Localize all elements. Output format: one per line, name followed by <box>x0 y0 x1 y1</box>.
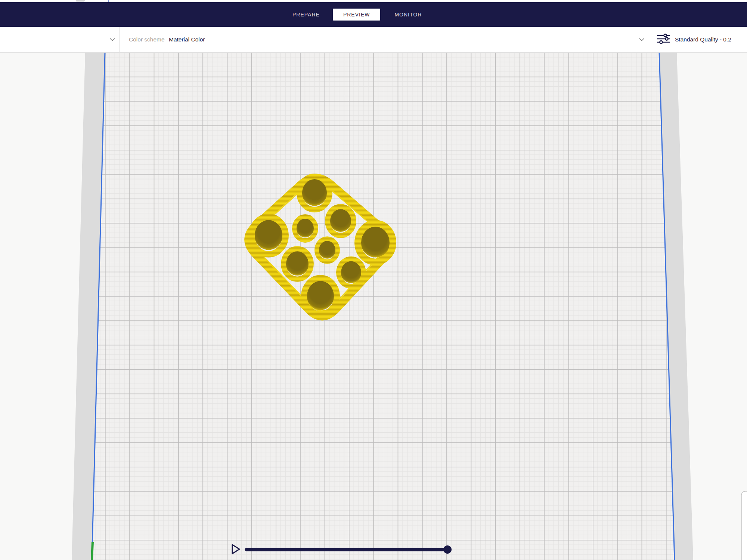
chevron-down-icon[interactable] <box>639 38 645 41</box>
layer-slider-handle[interactable] <box>443 545 452 554</box>
stage-bar: PREPARE PREVIEW MONITOR <box>0 2 747 27</box>
print-info-panel <box>741 491 747 560</box>
toolbar-divider <box>652 27 652 52</box>
titlebar-fragment <box>108 0 109 2</box>
color-scheme-label: Color scheme <box>129 27 165 52</box>
tab-prepare[interactable]: PREPARE <box>292 12 320 18</box>
titlebar-fragment <box>76 0 85 1</box>
toolbar-divider <box>120 27 120 52</box>
tab-monitor[interactable]: MONITOR <box>394 12 422 18</box>
window-title-strip <box>0 0 747 2</box>
build-plate-grid[interactable] <box>92 52 675 560</box>
adjustments-icon <box>657 34 670 46</box>
color-scheme-dropdown[interactable]: Material Color <box>169 27 205 52</box>
viewport-3d[interactable] <box>0 52 747 560</box>
view-toolbar: Color scheme Material Color Standard Qua… <box>0 27 747 53</box>
print-settings-button[interactable]: Standard Quality - 0.2 <box>657 27 747 52</box>
chevron-down-icon[interactable] <box>109 38 115 41</box>
quality-profile-label: Standard Quality - 0.2 <box>675 36 731 43</box>
tab-preview[interactable]: PREVIEW <box>333 9 381 21</box>
stage-tabs: PREPARE PREVIEW MONITOR <box>292 2 422 27</box>
origin-y-axis <box>92 542 93 560</box>
